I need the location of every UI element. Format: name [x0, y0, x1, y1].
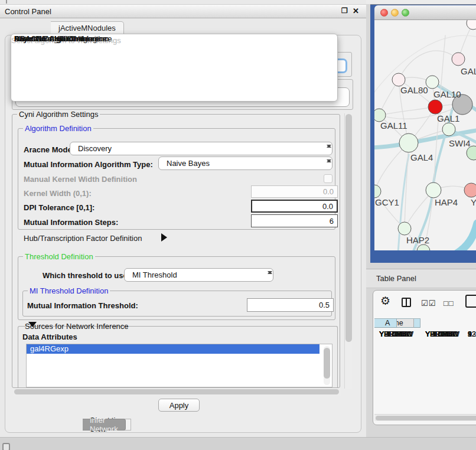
node-gal-cut[interactable] — [452, 53, 465, 66]
node-swi4[interactable] — [442, 123, 455, 136]
algorithm-definition-title: Algorithm Definition — [23, 124, 93, 133]
threshold-definition-title: Threshold Definition — [23, 252, 95, 261]
node-gal1-label: GAL1 — [437, 113, 459, 123]
algorithm-option[interactable]: Dream8 DC_TDC Algorithm — [11, 34, 109, 44]
node-gal4-label: GAL4 — [410, 152, 433, 162]
node-gal80-label: GAL80 — [400, 85, 428, 95]
mi-algorithm-type-label: Mutual Information Algorithm Type: — [24, 160, 153, 169]
network-canvas[interactable]: GALGAL80GAL10GAL1GAL11SWI4GAL4GCY1HAP4YH… — [374, 20, 476, 250]
node-gal-cut-label: GAL — [461, 66, 476, 76]
mi-threshold-label: Mutual Information Threshold: — [27, 301, 138, 310]
kernel-width-label: Kernel Width (0,1): — [24, 189, 92, 198]
control-panel: Control Panel ❐ ✕ NetworkStyleSelectCyni… — [0, 0, 366, 437]
node-pink-right-label: Y — [471, 197, 476, 207]
minimize-traffic-light[interactable] — [391, 9, 399, 17]
table-horizontal-scrollbar[interactable] — [374, 414, 476, 421]
algorithm-dropdown-list[interactable]: Select algorithm to view settings Bayesi… — [11, 34, 338, 102]
node-gcy1[interactable] — [374, 185, 381, 198]
node-gal11[interactable] — [374, 109, 386, 122]
table-cell: YJL053C — [420, 330, 460, 340]
node-gcy1-label: GCY1 — [375, 197, 399, 207]
settings-vertical-scrollbar-thumb[interactable] — [345, 114, 352, 342]
network-edge[interactable] — [399, 51, 458, 80]
manual-kernel-width-checkbox[interactable] — [324, 174, 332, 183]
bottom-strip — [0, 437, 476, 450]
table-panel-title: Table Panel — [376, 274, 416, 283]
network-edge[interactable] — [379, 107, 435, 115]
hub-definition-expander[interactable]: Hub/Transcription Factor Definition — [24, 234, 142, 243]
table-body: YDL19...YDL19...13YDR27...YDR27...12YBR0… — [374, 330, 476, 407]
network-window-titlebar[interactable] — [374, 5, 476, 20]
network-view-window: GALGAL80GAL10GAL1GAL11SWI4GAL4GCY1HAP4YH… — [370, 4, 476, 263]
tab-infer-network[interactable]: Infer Network — [83, 419, 126, 431]
aracne-mode-select[interactable]: Discovery — [70, 142, 332, 155]
node-hap4[interactable] — [426, 182, 441, 198]
aracne-mode-label: Aracne Mode: — [24, 145, 74, 154]
table-cell: 9 — [460, 330, 476, 340]
cyni-settings-group-title: Cyni Algorithm Settings — [17, 110, 100, 119]
node-swi4-label: SWI4 — [449, 138, 471, 148]
mi-threshold-field[interactable]: 0.5 — [247, 298, 334, 312]
attributes-scrollbar-thumb[interactable] — [324, 348, 330, 379]
close-traffic-light[interactable] — [380, 9, 388, 17]
which-threshold-select[interactable]: MI Threshold — [124, 268, 273, 282]
mi-steps-label: Mutual Information Steps: — [24, 218, 118, 227]
float-window-icon[interactable]: ❐ — [341, 6, 348, 15]
attribute-item[interactable]: gal4RGexp — [27, 344, 319, 354]
table-panel: ⚙ ☑☑ □□ shared...nameA YDL19...YDL19...1… — [373, 290, 476, 425]
mi-steps-field[interactable]: 6 — [251, 214, 338, 227]
collapse-down-icon[interactable] — [28, 322, 37, 327]
settings-vertical-scrollbar[interactable] — [344, 113, 352, 389]
node-gal80[interactable] — [392, 73, 405, 86]
dpi-tolerance-field[interactable]: 0.0 — [251, 200, 338, 213]
dpi-tolerance-label: DPI Tolerance [0,1]: — [24, 203, 94, 212]
mi-threshold-group-title: MI Threshold Definition — [28, 286, 110, 295]
control-panel-title: Control Panel — [5, 7, 51, 16]
data-attributes-list[interactable]: SelfLoopsTopologicalCoefficientBetweenne… — [26, 344, 332, 387]
node-partial-bottom[interactable] — [417, 244, 430, 250]
table-function-icon-partial[interactable] — [465, 295, 476, 308]
control-panel-titlebar: Control Panel ❐ ✕ — [0, 4, 366, 18]
divider-notch — [6, 0, 7, 4]
network-edge[interactable] — [456, 223, 476, 250]
zoom-traffic-light[interactable] — [402, 9, 409, 17]
kernel-width-field[interactable]: 0.0 — [251, 185, 338, 198]
expand-right-icon[interactable] — [161, 233, 167, 242]
settings-horizontal-scrollbar[interactable] — [13, 388, 341, 396]
which-threshold-label: Which threshold to use: — [43, 271, 130, 280]
manual-kernel-width-label: Manual Kernel Width Definition — [24, 175, 137, 184]
top-strip — [366, 0, 476, 4]
mi-algorithm-type-select[interactable]: Naive Bayes — [158, 156, 332, 170]
node-hap4-label: HAP4 — [435, 197, 458, 207]
node-gal4[interactable] — [399, 133, 418, 152]
column-header-A[interactable]: A — [374, 318, 397, 328]
screen: Control Panel ❐ ✕ NetworkStyleSelectCyni… — [0, 0, 476, 450]
close-icon[interactable]: ✕ — [353, 6, 359, 15]
node-gal10-label: GAL10 — [433, 89, 461, 99]
tab-jactivemnodules[interactable]: jActiveMNodules — [51, 21, 124, 35]
node-hap2-label: HAP2 — [406, 235, 429, 245]
deselect-all-checkboxes-icon[interactable]: □□ — [444, 299, 454, 308]
network-edge[interactable] — [405, 143, 409, 229]
node-gal1[interactable] — [428, 100, 442, 114]
node-partial-top[interactable] — [467, 20, 476, 30]
node-pink-right[interactable] — [464, 183, 476, 197]
table-cell: YJL053C — [374, 330, 420, 340]
columns-icon[interactable] — [402, 298, 411, 307]
node-gal11-label: GAL11 — [380, 120, 407, 131]
network-graph — [374, 20, 476, 250]
table-horizontal-scrollbar-thumb[interactable] — [376, 416, 476, 420]
select-all-checkboxes-icon[interactable]: ☑☑ — [421, 299, 436, 308]
attributes-scrollbar[interactable] — [324, 346, 330, 385]
minimized-window-icon[interactable] — [2, 443, 10, 450]
gear-icon[interactable]: ⚙ — [380, 294, 390, 308]
table-row[interactable]: YJL053CYJL053C9 — [374, 330, 476, 340]
table-panel-header: Table Panel — [366, 269, 476, 288]
data-attributes-label: Data Attributes — [22, 332, 77, 341]
settings-horizontal-scrollbar-thumb[interactable] — [14, 389, 339, 394]
apply-button[interactable]: Apply — [158, 399, 200, 412]
node-hap2[interactable] — [398, 222, 411, 235]
